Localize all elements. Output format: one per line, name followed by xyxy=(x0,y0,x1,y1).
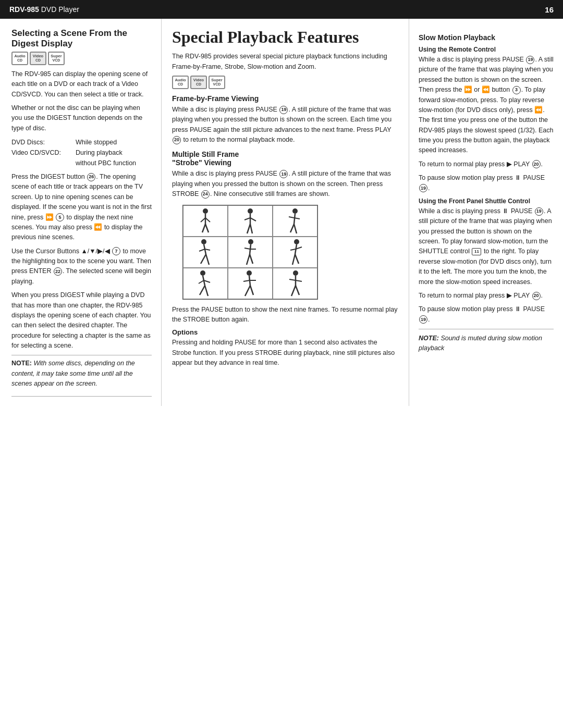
remote-p1: While a disc is playing press PAUSE 19. … xyxy=(419,55,554,156)
right-note-box: NOTE: Sound is muted during slow motion … xyxy=(419,334,554,354)
strobe-p1: While a disc is playing press PAUSE 19. … xyxy=(172,169,398,199)
svg-line-10 xyxy=(247,224,250,233)
svg-line-29 xyxy=(250,254,253,264)
left-p4: Use the Cursor Buttons ▲/▼/▶/◀ 7 to move… xyxy=(11,246,152,287)
play-num-r: 20 xyxy=(532,160,541,168)
center-audio-badge: Audio CD xyxy=(172,76,189,89)
pause-num-r2: 19 xyxy=(419,184,427,192)
vcd-label: Video CD/SVCD: xyxy=(11,147,71,168)
figure-icon-5 xyxy=(240,239,260,266)
dvd-label: DVD Discs: xyxy=(11,137,71,147)
center-badge-group: Audio CD Video CD Super VCD xyxy=(172,76,398,89)
svg-point-12 xyxy=(292,208,298,214)
svg-line-8 xyxy=(244,218,250,220)
remote-p2: To return to normal play press ▶ PLAY 20… xyxy=(419,159,554,169)
next-num: 5 xyxy=(56,213,64,221)
strobe-cell-4 xyxy=(183,237,228,268)
left-column: Selecting a Scene From the Digest Displa… xyxy=(0,19,162,406)
header-page: 16 xyxy=(545,5,554,14)
cursor-num: 7 xyxy=(112,247,120,255)
strobe-cell-2 xyxy=(228,205,273,237)
svg-line-41 xyxy=(205,286,208,296)
svg-line-5 xyxy=(205,224,209,232)
left-note-box: NOTE: With some discs, depending on the … xyxy=(11,355,152,396)
svg-line-20 xyxy=(199,249,205,251)
svg-line-34 xyxy=(292,254,295,265)
front-p2: To return to normal play press ▶ PLAY 20… xyxy=(419,291,554,301)
strobe-grid xyxy=(182,205,318,300)
svg-line-50 xyxy=(289,279,296,280)
svg-line-3 xyxy=(205,218,210,222)
center-column: Special Playback Features The RDV-985 pr… xyxy=(162,19,409,406)
figure-icon-2 xyxy=(240,207,260,235)
svg-line-40 xyxy=(200,286,205,295)
frame-heading: Frame-by-Frame Viewing xyxy=(172,94,398,103)
svg-line-16 xyxy=(290,224,294,232)
svg-line-4 xyxy=(202,224,205,232)
vcd-value: During playback without PBC function xyxy=(76,147,152,168)
pause-num-1: 19 xyxy=(279,106,288,114)
svg-line-9 xyxy=(250,218,256,221)
dvd-value: While stopped xyxy=(76,137,152,147)
svg-line-46 xyxy=(245,286,250,296)
slow-heading: Slow Motion Playback xyxy=(419,33,554,42)
figure-icon-8 xyxy=(240,270,260,297)
strobe-cell-1 xyxy=(183,205,228,237)
options-label: Options xyxy=(172,328,398,336)
digest-num: 26 xyxy=(87,173,95,181)
ff-num-r: 3 xyxy=(512,86,521,94)
svg-line-2 xyxy=(201,218,205,222)
figure-icon-1 xyxy=(195,207,215,235)
svg-line-28 xyxy=(247,254,250,265)
figure-icon-4 xyxy=(195,239,215,266)
frame-p1: While a disc is playing press PAUSE 19. … xyxy=(172,105,398,145)
super-badge: Super VCD xyxy=(48,52,65,65)
svg-line-26 xyxy=(244,248,250,249)
strobe-cell-6 xyxy=(273,237,317,268)
svg-line-22 xyxy=(201,254,206,264)
dvd-table: DVD Discs: While stopped Video CD/SVCD: … xyxy=(11,137,152,168)
right-column: Slow Motion Playback Using the Remote Co… xyxy=(409,19,563,406)
right-note-label: NOTE: xyxy=(419,335,439,342)
figure-icon-9 xyxy=(285,270,305,297)
page-title: Special Playback Features xyxy=(172,28,398,46)
left-p2: Whether or not the disc can be playing w… xyxy=(11,103,152,133)
pause-num-2: 19 xyxy=(279,170,288,178)
svg-line-13 xyxy=(294,214,295,224)
center-super-badge: Super VCD xyxy=(209,76,225,89)
right-divider xyxy=(419,329,554,329)
svg-line-14 xyxy=(289,217,294,218)
figure-icon-3 xyxy=(285,207,305,235)
svg-line-52 xyxy=(291,286,296,296)
left-note-label: NOTE: xyxy=(11,360,32,367)
strobe-cell-3 xyxy=(273,205,317,237)
remote-p3: To pause slow motion play press ⏸ PAUSE … xyxy=(419,173,554,193)
svg-line-47 xyxy=(250,286,253,295)
svg-line-44 xyxy=(243,280,250,281)
front-panel-heading: Using the Front Panel Shuttle Control xyxy=(419,198,554,205)
pause-num-r1: 19 xyxy=(526,56,534,64)
audio-badge: Audio CD xyxy=(11,52,28,65)
left-section-heading: Selecting a Scene From the Digest Displa… xyxy=(11,28,152,50)
options-p1: Pressing and holding PAUSE for more than… xyxy=(172,338,398,368)
svg-point-48 xyxy=(293,270,298,276)
center-video-badge: Video CD xyxy=(190,76,207,89)
strobe-cell-9 xyxy=(273,268,317,299)
left-p5: When you press DIGEST while playing a DV… xyxy=(11,290,152,351)
pause-num-f1: 19 xyxy=(535,207,543,216)
main-content: Selecting a Scene From the Digest Displa… xyxy=(0,19,563,406)
strobe-cell-7 xyxy=(183,268,228,299)
center-intro: The RDV-985 provides several special pic… xyxy=(172,52,398,72)
svg-line-32 xyxy=(290,249,296,250)
left-intro: The RDV-985 can display the opening scen… xyxy=(11,69,152,100)
strobe-heading: Multiple Still Frame"Strobe" Viewing xyxy=(172,150,398,167)
figure-icon-6 xyxy=(285,239,305,266)
svg-line-38 xyxy=(199,280,204,283)
svg-line-51 xyxy=(296,280,302,281)
svg-point-42 xyxy=(247,270,252,276)
header-title: RDV-985 DVD Player xyxy=(9,5,79,14)
video-badge: Video CD xyxy=(30,52,46,65)
svg-line-35 xyxy=(295,254,299,264)
enter-num: 22 xyxy=(54,267,62,276)
svg-point-18 xyxy=(201,239,206,244)
